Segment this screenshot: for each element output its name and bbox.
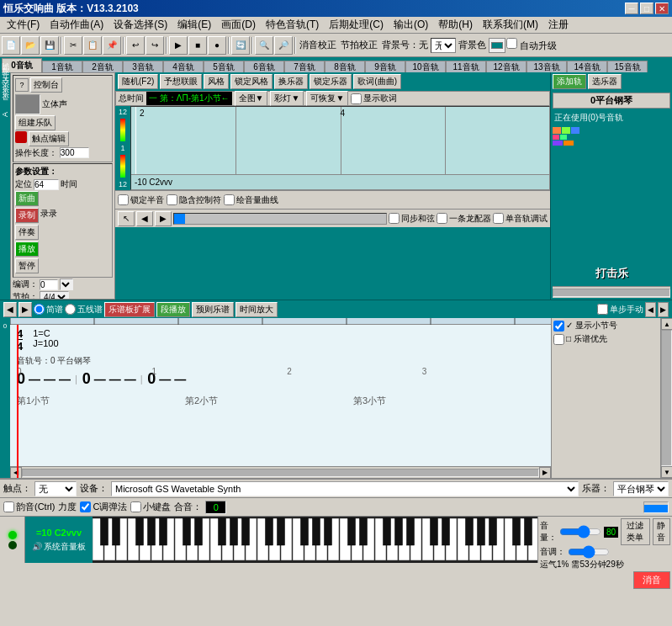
tb-play[interactable]: ▶ [169, 36, 188, 55]
track-tab-4[interactable]: 4音轨 [163, 61, 204, 72]
track-tab-9[interactable]: 9音轨 [365, 61, 405, 72]
pause-btn[interactable]: 暂停 [15, 258, 39, 273]
speed-input[interactable] [60, 147, 89, 158]
right-scroll-bar[interactable] [553, 289, 670, 297]
add-track-btn[interactable]: 添加轨 [553, 74, 586, 89]
select-inst-btn[interactable]: 选乐器 [588, 74, 622, 89]
cursor-tool[interactable]: ↖ [118, 211, 135, 226]
vscroll-bar[interactable] [661, 330, 672, 466]
show-measure-check[interactable] [553, 321, 564, 332]
score-next[interactable]: ▶ [19, 302, 32, 317]
next-btn[interactable]: ▶ [155, 211, 172, 226]
control-panel-btn[interactable]: 控制台 [30, 77, 62, 93]
draw-curve-check[interactable] [224, 194, 235, 205]
imagine-btn[interactable]: 予想联眼 [160, 74, 202, 89]
note-num-select[interactable]: 无 [431, 38, 456, 53]
tb-open[interactable]: 📂 [21, 36, 40, 55]
locate-input[interactable] [34, 179, 59, 190]
device-select[interactable]: Microsoft GS Wavetable Synth [111, 481, 579, 496]
tb-record[interactable]: ● [208, 36, 226, 55]
tb-stop[interactable]: ■ [188, 36, 207, 55]
tb-zoom-in[interactable]: 🔍 [255, 36, 273, 55]
vscroll-down-btn[interactable]: ▼ [661, 466, 672, 478]
menu-register[interactable]: 注册 [543, 16, 574, 34]
progress-bar[interactable] [173, 213, 387, 225]
track-tab-2[interactable]: 2音轨 [82, 61, 123, 72]
simple-notation-radio[interactable] [34, 304, 45, 315]
mute-btn[interactable]: 消音 [633, 571, 670, 589]
track-tab-10[interactable]: 10音轨 [405, 61, 446, 72]
track-tab-3[interactable]: 3音轨 [123, 61, 163, 72]
track-tab-6[interactable]: 6音轨 [244, 61, 284, 72]
track-tab-12[interactable]: 12音轨 [486, 61, 526, 72]
lock-semitone-check[interactable] [118, 194, 129, 205]
accompany-btn[interactable]: 伴奏 [15, 225, 39, 240]
menu-post-process[interactable]: 后期处理(C) [324, 16, 389, 34]
tb-redo[interactable]: ↪ [146, 36, 164, 55]
menu-edit[interactable]: 编辑(E) [172, 16, 216, 34]
tb-cut[interactable]: ✂ [64, 36, 82, 55]
vscroll-up-btn[interactable]: ▲ [661, 318, 672, 330]
touch-edit-btn[interactable]: 触点编辑 [29, 131, 69, 146]
piano-keyboard[interactable]: // Will be generated by JS below [93, 517, 537, 563]
menu-special-track[interactable]: 特色音轨(T) [261, 16, 324, 34]
piano-roll-grid[interactable]: -10 C2vvv 2 4 [130, 106, 550, 190]
track-tab-8[interactable]: 8音轨 [325, 61, 365, 72]
menu-file[interactable]: 文件(F) [2, 16, 45, 34]
style-btn[interactable]: 风格 [204, 74, 229, 89]
edit-select[interactable]: ▼ [60, 279, 73, 290]
section-play-btn[interactable]: 段播放 [156, 302, 190, 317]
minimize-button[interactable]: ─ [625, 3, 638, 14]
track-tab-13[interactable]: 13音轨 [526, 61, 567, 72]
single-manual-check[interactable] [597, 304, 608, 315]
hscroll-left-btn[interactable]: ◀ [10, 467, 22, 479]
system-vol-btn[interactable]: 🔊 系统音量板 [29, 540, 89, 554]
filter-list-btn[interactable]: 过滤类单 [621, 518, 650, 545]
c-chord-check[interactable] [80, 501, 91, 512]
volume-slider[interactable] [559, 526, 601, 538]
track-tab-7[interactable]: 7音轨 [284, 61, 325, 72]
tb-save[interactable]: 💾 [40, 36, 59, 55]
group-team-btn[interactable]: 组建乐队 [15, 115, 56, 130]
edit-input[interactable] [40, 279, 58, 290]
tb-zoom-out[interactable]: 🔎 [274, 36, 293, 55]
tb-new[interactable]: 📄 [2, 36, 20, 55]
prev-btn[interactable]: ◀ [136, 211, 153, 226]
lock-style-btn[interactable]: 锁定风格 [230, 74, 273, 89]
score-priority-check[interactable] [553, 334, 564, 345]
hscroll-right-btn[interactable]: ▶ [539, 467, 551, 479]
chord-check[interactable] [3, 501, 14, 512]
menu-display[interactable]: 画面(D) [216, 16, 261, 34]
menu-contact[interactable]: 联系我们(M) [478, 16, 543, 34]
harmony-input[interactable] [205, 501, 226, 514]
auto-upgrade-check[interactable] [506, 38, 517, 49]
hide-ctrl-check[interactable] [167, 194, 177, 205]
menu-device[interactable]: 设备选择(S) [108, 16, 172, 34]
restore-btn[interactable]: 可恢复▼ [306, 91, 348, 106]
tb-loop[interactable]: 🔄 [231, 36, 250, 55]
single-track-check[interactable] [493, 213, 504, 224]
expand-score-btn[interactable]: 乐谱板扩展 [104, 302, 155, 317]
quiet-btn[interactable]: 静音 [653, 518, 670, 545]
help-icon[interactable]: ? [15, 78, 29, 92]
lyrics-btn[interactable]: 歌词(曲曲) [353, 74, 401, 89]
instrument-select[interactable]: 平台钢琴 [613, 481, 669, 496]
menu-autocompose[interactable]: 自动作曲(A) [45, 16, 108, 34]
track-tab-5[interactable]: 5音轨 [204, 61, 244, 72]
score-prev[interactable]: ◀ [3, 302, 17, 317]
bg-color-picker[interactable] [489, 38, 505, 53]
track-tab-15[interactable]: 15音轨 [607, 61, 648, 72]
staff-notation-radio[interactable] [65, 304, 76, 315]
track-tab-0[interactable]: 0音轨 [2, 58, 42, 72]
lock-inst-btn[interactable]: 锁定乐器 [310, 74, 352, 89]
full-view-btn[interactable]: 全图▼ [235, 91, 268, 106]
tb-copy[interactable]: 📋 [83, 36, 102, 55]
record-btn[interactable]: 录制 [15, 208, 39, 223]
small-keyboard-check[interactable] [130, 501, 141, 512]
beat-select[interactable]: 4/4 [40, 291, 69, 300]
tb-undo[interactable]: ↩ [126, 36, 145, 55]
play-btn[interactable]: 播放 [15, 241, 39, 257]
show-lyrics-check[interactable] [351, 93, 362, 104]
score-area[interactable]: 4 4 1=C J=100 音轨号：0 平台钢琴 0 — — — │ 0 — [10, 318, 551, 478]
random-btn[interactable]: 随机(F2) [118, 74, 158, 89]
